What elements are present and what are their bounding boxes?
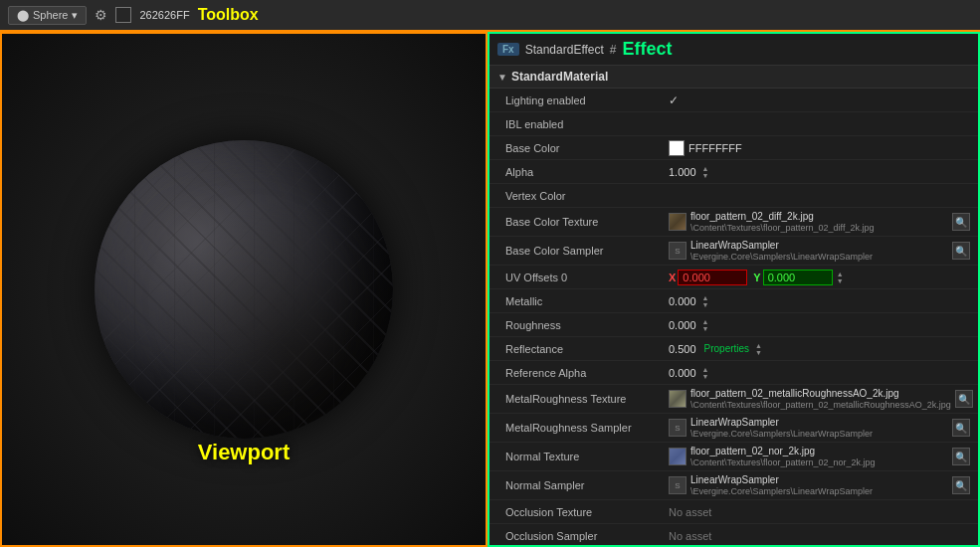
section-header-standard-material[interactable]: ▼ StandardMaterial — [490, 66, 978, 89]
metallic-spinner[interactable]: ▲▼ — [702, 294, 709, 308]
base-color-texture-info: floor_pattern_02_diff_2k.jpg \Content\Te… — [690, 211, 948, 233]
occlusion-sampler-no-asset: No asset — [669, 530, 711, 542]
metal-roughness-sampler-thumb: S — [669, 419, 686, 437]
prop-row-occlusion-texture: Occlusion Texture No asset — [490, 500, 978, 524]
uv-row: X Y ▲▼ — [669, 270, 970, 285]
roughness-value: 0.000 — [669, 319, 696, 331]
base-color-sampler-thumb: S — [669, 242, 686, 260]
shape-selector[interactable]: ⬤ Sphere ▾ — [8, 6, 87, 25]
prop-row-normal-sampler: Normal Sampler S LinearWrapSampler \Ever… — [490, 471, 978, 500]
reference-alpha-value: 0.000 — [669, 367, 696, 379]
prop-row-base-color: Base Color FFFFFFFF — [490, 136, 978, 160]
sphere-surface — [95, 140, 393, 439]
uv-y-input[interactable] — [763, 270, 833, 285]
base-color-texture-search-button[interactable]: 🔍 — [952, 213, 970, 231]
prop-row-base-color-sampler: Base Color Sampler S LinearWrapSampler \… — [490, 237, 978, 266]
prop-row-ibl-enabled: IBL enabled — [490, 112, 978, 136]
right-panel: Fx StandardEffect # Effect ▼ StandardMat… — [488, 32, 980, 547]
metal-roughness-sampler-search-button[interactable]: 🔍 — [952, 419, 970, 437]
properties-scroll[interactable]: ▼ StandardMaterial Lighting enabled ✓ IB… — [490, 66, 978, 545]
collapse-arrow-icon: ▼ — [497, 72, 507, 83]
effect-header: Fx StandardEffect # Effect — [490, 34, 978, 66]
alpha-spinner[interactable]: ▲▼ — [702, 165, 709, 179]
metallic-value: 0.000 — [669, 295, 696, 307]
normal-texture-search-button[interactable]: 🔍 — [952, 448, 970, 465]
base-color-sampler-info: LinearWrapSampler \Evergine.Core\Sampler… — [690, 240, 948, 262]
base-color-texture-thumb — [669, 213, 686, 231]
color-hex-text: 262626FF — [139, 9, 189, 21]
prop-row-uv-offsets: UV Offsets 0 X Y ▲▼ — [490, 266, 978, 289]
shape-label: Sphere — [33, 9, 68, 21]
metal-roughness-texture-info: floor_pattern_02_metallicRoughnessAO_2k.… — [690, 388, 951, 410]
normal-sampler-info: LinearWrapSampler \Evergine.Core\Sampler… — [690, 474, 948, 496]
reference-alpha-spinner[interactable]: ▲▼ — [702, 366, 709, 380]
toolbar: ⬤ Sphere ▾ ⚙ 262626FF Toolbox — [0, 0, 980, 32]
effect-title: Effect — [623, 39, 673, 60]
uv-spinner[interactable]: ▲▼ — [837, 271, 844, 284]
prop-row-reference-alpha: Reference Alpha 0.000 ▲▼ — [490, 361, 978, 385]
uv-x-label: X — [669, 272, 676, 283]
metal-roughness-texture-thumb — [669, 390, 686, 408]
prop-row-occlusion-sampler: Occlusion Sampler No asset — [490, 524, 978, 545]
uv-y-label: Y — [753, 272, 760, 283]
prop-row-metal-roughness-sampler: MetalRoughness Sampler S LinearWrapSampl… — [490, 414, 978, 443]
prop-row-metal-roughness-texture: MetalRoughness Texture floor_pattern_02_… — [490, 385, 978, 414]
viewport-panel: Viewport — [0, 32, 488, 547]
prop-row-alpha: Alpha 1.000 ▲▼ — [490, 160, 978, 184]
properties-inline-label: Properties — [704, 343, 750, 354]
reflectance-value: 0.500 — [669, 343, 696, 355]
prop-row-reflectance: Reflectance 0.500 Properties ▲▼ — [490, 337, 978, 361]
prop-row-vertex-color: Vertex Color — [490, 184, 978, 208]
metal-roughness-sampler-info: LinearWrapSampler \Evergine.Core\Sampler… — [690, 417, 948, 439]
prop-row-roughness: Roughness 0.000 ▲▼ — [490, 313, 978, 337]
reflectance-spinner[interactable]: ▲▼ — [755, 342, 762, 356]
sphere-icon: ⬤ — [17, 9, 29, 22]
effect-name: StandardEffect — [525, 43, 604, 57]
normal-texture-info: floor_pattern_02_nor_2k.jpg \Content\Tex… — [690, 446, 948, 467]
chevron-down-icon: ▾ — [72, 9, 78, 22]
settings-icon[interactable]: ⚙ — [95, 7, 107, 23]
roughness-spinner[interactable]: ▲▼ — [702, 318, 709, 332]
section-title: StandardMaterial — [511, 70, 608, 84]
hash-icon: # — [610, 43, 617, 57]
toolbar-title: Toolbox — [198, 6, 259, 24]
sphere-mesh — [95, 140, 393, 439]
viewport-label: Viewport — [198, 440, 291, 465]
color-box — [115, 7, 131, 23]
base-color-swatch[interactable] — [669, 140, 685, 156]
fx-badge: Fx — [497, 43, 519, 56]
prop-row-metallic: Metallic 0.000 ▲▼ — [490, 289, 978, 313]
normal-texture-thumb — [669, 448, 686, 465]
normal-sampler-thumb: S — [669, 476, 686, 494]
metal-roughness-texture-search-button[interactable]: 🔍 — [955, 390, 973, 408]
alpha-value: 1.000 — [669, 166, 696, 178]
prop-row-lighting-enabled: Lighting enabled ✓ — [490, 89, 978, 112]
prop-row-base-color-texture: Base Color Texture floor_pattern_02_diff… — [490, 208, 978, 237]
checkmark-icon: ✓ — [669, 93, 679, 107]
prop-row-normal-texture: Normal Texture floor_pattern_02_nor_2k.j… — [490, 443, 978, 471]
uv-x-input[interactable] — [678, 270, 747, 285]
base-color-sampler-search-button[interactable]: 🔍 — [952, 242, 970, 260]
normal-sampler-search-button[interactable]: 🔍 — [952, 476, 970, 494]
main-area: Viewport Fx StandardEffect # Effect ▼ St… — [0, 32, 980, 547]
occlusion-texture-no-asset: No asset — [669, 506, 711, 518]
viewport-background[interactable]: Viewport — [2, 34, 486, 545]
base-color-value: FFFFFFFF — [688, 142, 742, 154]
